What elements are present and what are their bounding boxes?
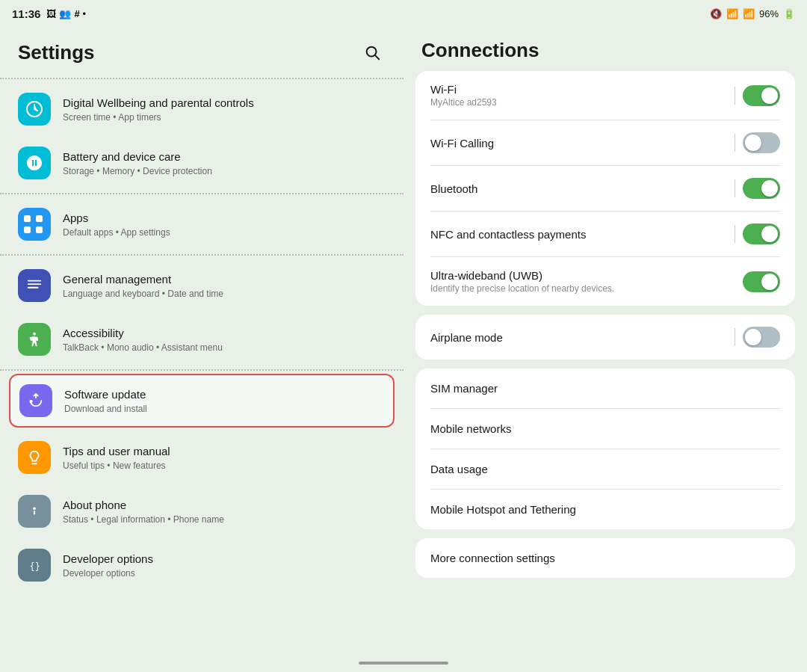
tips-subtitle: Useful tips • New features bbox=[63, 460, 170, 471]
svg-rect-4 bbox=[30, 400, 33, 403]
bluetooth-right bbox=[735, 178, 780, 199]
wifi-calling-item[interactable]: Wi-Fi Calling bbox=[415, 120, 795, 165]
airplane-mode-toggle-knob bbox=[745, 329, 761, 345]
svg-text:{}: {} bbox=[30, 561, 40, 571]
sidebar-item-accessibility[interactable]: Accessibility TalkBack • Mono audio • As… bbox=[0, 312, 404, 366]
dot-icon: • bbox=[83, 8, 87, 19]
svg-rect-6 bbox=[34, 511, 35, 515]
tips-icon bbox=[18, 441, 51, 474]
developer-options-title: Developer options bbox=[63, 552, 153, 567]
svg-point-5 bbox=[33, 508, 36, 511]
wifi-toggle[interactable] bbox=[743, 85, 780, 106]
bluetooth-toggle-knob bbox=[761, 180, 778, 197]
bluetooth-label-group: Bluetooth bbox=[430, 182, 477, 195]
about-phone-subtitle: Status • Legal information • Phone name bbox=[63, 514, 224, 525]
airplane-divider-line bbox=[735, 328, 735, 346]
general-management-text: General management Language and keyboard… bbox=[63, 272, 223, 299]
general-management-subtitle: Language and keyboard • Date and time bbox=[63, 289, 223, 299]
software-update-text: Software update Download and install bbox=[64, 387, 147, 414]
mute-icon: 🔇 bbox=[710, 8, 722, 19]
battery-icon: 🔋 bbox=[783, 8, 795, 19]
about-phone-title: About phone bbox=[63, 498, 224, 513]
sidebar-item-battery[interactable]: Battery and device care Storage • Memory… bbox=[0, 136, 404, 190]
nfc-toggle[interactable] bbox=[743, 224, 780, 244]
sidebar-item-software-update[interactable]: Software update Download and install bbox=[9, 374, 395, 428]
airplane-mode-toggle[interactable] bbox=[743, 327, 780, 348]
status-time: 11:36 bbox=[12, 7, 40, 20]
airplane-mode-card: Airplane mode bbox=[415, 315, 795, 360]
main-connections-card: Wi-Fi MyAltice ad2593 Wi-Fi Calling bbox=[415, 71, 795, 306]
software-update-title: Software update bbox=[64, 387, 147, 402]
more-connection-settings-label: More connection settings bbox=[430, 552, 555, 564]
home-indicator bbox=[359, 662, 448, 665]
mobile-hotspot-item[interactable]: Mobile Hotspot and Tethering bbox=[415, 490, 795, 529]
divider-1 bbox=[0, 193, 404, 194]
bluetooth-item[interactable]: Bluetooth bbox=[415, 166, 795, 211]
more-connection-settings-item[interactable]: More connection settings bbox=[415, 538, 795, 578]
software-update-icon bbox=[19, 384, 52, 417]
divider-top bbox=[0, 78, 404, 79]
about-phone-text: About phone Status • Legal information •… bbox=[63, 498, 224, 525]
battery-percentage: 96% bbox=[759, 8, 779, 19]
digital-wellbeing-icon bbox=[18, 93, 51, 126]
wifi-calling-toggle[interactable] bbox=[743, 132, 780, 153]
mobile-networks-item[interactable]: Mobile networks bbox=[415, 409, 795, 448]
sim-manager-item[interactable]: SIM manager bbox=[415, 369, 795, 408]
uwb-item[interactable]: Ultra-wideband (UWB) Identify the precis… bbox=[415, 257, 795, 306]
airplane-mode-label-group: Airplane mode bbox=[430, 331, 503, 344]
apps-subtitle: Default apps • App settings bbox=[63, 227, 170, 238]
general-management-icon bbox=[18, 269, 51, 302]
wifi-signal-icon: 📶 bbox=[726, 8, 738, 19]
users-icon: 👥 bbox=[59, 8, 71, 19]
sidebar-item-general-management[interactable]: General management Language and keyboard… bbox=[0, 259, 404, 312]
bottom-bar bbox=[0, 654, 807, 672]
svg-line-1 bbox=[375, 55, 379, 59]
sidebar-item-about-phone[interactable]: About phone Status • Legal information •… bbox=[0, 484, 404, 538]
digital-wellbeing-title: Digital Wellbeing and parental controls bbox=[63, 96, 254, 111]
settings-header: Settings bbox=[0, 27, 404, 75]
uwb-right bbox=[743, 271, 780, 292]
uwb-sublabel: Identify the precise location of nearby … bbox=[430, 283, 614, 294]
left-panel: Settings Digital Wellbeing and parental … bbox=[0, 27, 404, 654]
wifi-label-group: Wi-Fi MyAltice ad2593 bbox=[430, 83, 497, 108]
nfc-toggle-knob bbox=[761, 226, 778, 242]
about-phone-icon bbox=[18, 495, 51, 528]
battery-care-icon bbox=[18, 147, 51, 179]
search-button[interactable] bbox=[359, 39, 386, 66]
sidebar-item-developer-options[interactable]: {} Developer options Developer options bbox=[0, 538, 404, 592]
sidebar-item-tips[interactable]: Tips and user manual Useful tips • New f… bbox=[0, 431, 404, 484]
wifi-sublabel: MyAltice ad2593 bbox=[430, 97, 497, 108]
accessibility-icon bbox=[18, 323, 51, 356]
status-bar-left: 11:36 🖼 👥 # • bbox=[12, 7, 86, 20]
apps-title: Apps bbox=[63, 211, 170, 226]
nfc-right bbox=[735, 224, 780, 244]
digital-wellbeing-text: Digital Wellbeing and parental controls … bbox=[63, 96, 254, 123]
signal-bars-icon: 📶 bbox=[743, 8, 755, 19]
airplane-mode-right bbox=[735, 327, 780, 348]
connections-header: Connections bbox=[415, 27, 795, 71]
sidebar-item-digital-wellbeing[interactable]: Digital Wellbeing and parental controls … bbox=[0, 82, 404, 136]
wifi-right bbox=[735, 85, 780, 106]
data-usage-item[interactable]: Data usage bbox=[415, 449, 795, 489]
hash-icon: # bbox=[74, 8, 79, 19]
battery-subtitle: Storage • Memory • Device protection bbox=[63, 166, 212, 176]
more-settings-card: More connection settings bbox=[415, 538, 795, 578]
wifi-item[interactable]: Wi-Fi MyAltice ad2593 bbox=[415, 71, 795, 120]
uwb-toggle[interactable] bbox=[743, 271, 780, 292]
digital-wellbeing-subtitle: Screen time • App timers bbox=[63, 112, 254, 123]
sidebar-item-apps[interactable]: Apps Default apps • App settings bbox=[0, 197, 404, 251]
uwb-label-group: Ultra-wideband (UWB) Identify the precis… bbox=[430, 269, 614, 294]
image-icon: 🖼 bbox=[46, 8, 56, 19]
general-management-title: General management bbox=[63, 272, 223, 287]
developer-options-subtitle: Developer options bbox=[63, 568, 153, 579]
bluetooth-toggle[interactable] bbox=[743, 178, 780, 199]
uwb-label: Ultra-wideband (UWB) bbox=[430, 269, 614, 282]
airplane-mode-item[interactable]: Airplane mode bbox=[415, 315, 795, 360]
right-panel: Connections Wi-Fi MyAltice ad2593 bbox=[404, 27, 807, 654]
mobile-hotspot-label: Mobile Hotspot and Tethering bbox=[430, 503, 576, 516]
nfc-item[interactable]: NFC and contactless payments bbox=[415, 212, 795, 256]
main-content: Settings Digital Wellbeing and parental … bbox=[0, 27, 807, 654]
apps-text-group: Apps Default apps • App settings bbox=[63, 211, 170, 238]
wifi-toggle-knob bbox=[761, 87, 778, 104]
tips-text: Tips and user manual Useful tips • New f… bbox=[63, 444, 170, 471]
